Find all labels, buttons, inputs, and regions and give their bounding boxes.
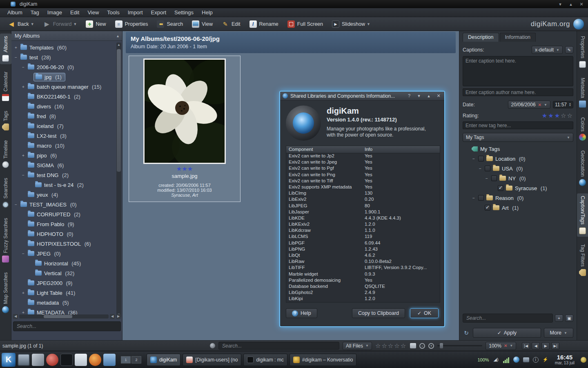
menu-help[interactable]: Help	[198, 9, 217, 16]
tab-information[interactable]: Information	[500, 33, 536, 42]
tab-description[interactable]: Description	[463, 33, 499, 42]
media-player-icon[interactable]	[46, 354, 58, 366]
component-row[interactable]: Exiv2 can write to JpegYes	[286, 159, 440, 166]
thumbnail-size-slider[interactable]	[437, 345, 482, 346]
expander-icon[interactable]: −	[471, 157, 477, 161]
left-tab-tags[interactable]: Tags	[0, 108, 11, 133]
album-tree-item-metadata[interactable]: metadata (5)	[11, 298, 111, 307]
star-empty-icon[interactable]: ☆	[381, 342, 388, 349]
scrollbar-thumb[interactable]	[117, 49, 121, 172]
tag-tree-item-usa[interactable]: −USA (0)	[463, 164, 573, 173]
column-header-component[interactable]: Component	[286, 146, 362, 153]
album-tree-item-hdphoto[interactable]: HDPHOTO (0)	[11, 229, 111, 239]
thumbnail-item[interactable]: ★★★ sample.jpg created: 20/06/2006 11:57…	[129, 56, 241, 202]
album-tree-item-iceland[interactable]: iceland (7)	[11, 121, 111, 131]
right-tab-colors[interactable]: Colors	[577, 115, 588, 144]
new-tag-icon[interactable]: +	[555, 314, 563, 322]
toolbar-edit-button[interactable]: ✎Edit	[218, 19, 244, 29]
spinner-arrows-icon[interactable]: ▲▼	[569, 103, 571, 107]
album-tree-item-light-table[interactable]: +Light Table (41)	[11, 288, 111, 298]
left-tab-searches[interactable]: Searches	[0, 175, 11, 211]
star-empty-icon[interactable]: ☆	[561, 112, 567, 119]
component-row[interactable]: LibPGF6.09.44	[286, 240, 440, 247]
volume-icon[interactable]: ◢)	[493, 357, 499, 363]
dialog-shade-up-icon[interactable]: ▴	[425, 93, 432, 99]
album-tree-item-jpeg[interactable]: −JPEG (0)	[11, 249, 111, 258]
status-search-input[interactable]	[218, 342, 339, 350]
more-button[interactable]: More ▼	[544, 328, 573, 338]
component-row[interactable]: LibTIFFLIBTIFF, Version 3.9.2 Copy...	[286, 265, 440, 271]
album-tree-item-corrupted[interactable]: CORRUPTED (2)	[11, 209, 111, 219]
expander-icon[interactable]: −	[13, 202, 19, 207]
task-digikam-users-no[interactable]: [Digikam-users] (no	[183, 354, 241, 366]
album-tree-item-vertical[interactable]: Vertical (32)	[11, 268, 111, 278]
component-row[interactable]: Exiv2 supports XMP metadataYes	[286, 184, 440, 191]
component-row[interactable]: LibRaw0.10.0-Beta2	[286, 259, 440, 265]
toolbar-full-screen-button[interactable]: Full Screen	[284, 19, 327, 29]
component-row[interactable]: Database backendQSQLITE	[286, 284, 440, 290]
album-tree-item-sigma[interactable]: SIGMA (6)	[11, 160, 111, 170]
tag-checkbox[interactable]	[498, 185, 503, 191]
menu-export[interactable]: Export	[147, 9, 171, 16]
right-tab-geolocation[interactable]: Geolocation	[577, 148, 588, 188]
album-tree-item-test-images[interactable]: −TEST_IMAGES (0)	[11, 200, 111, 209]
expander-icon[interactable]: +	[20, 85, 26, 89]
expander-icon[interactable]: −	[471, 196, 477, 200]
star-empty-icon[interactable]: ☆	[388, 342, 394, 349]
dialog-close-icon[interactable]: ✕	[435, 93, 442, 99]
tag-tree-item-ny[interactable]: −NY (0)	[463, 173, 573, 183]
collapse-icon[interactable]: ▴	[117, 34, 119, 38]
right-tab-metadata[interactable]: Metadata	[577, 75, 588, 110]
component-row[interactable]: LibQt4.6.2	[286, 253, 440, 259]
album-tree-item-2006-06-20[interactable]: −2006-06-20 (0)	[11, 62, 111, 72]
component-row[interactable]: Exiv2 can write to TiffYes	[286, 178, 440, 184]
expander-icon[interactable]: +	[20, 291, 26, 295]
revert-icon[interactable]: ↻	[463, 329, 470, 337]
thumbnail-view-icon[interactable]	[410, 343, 416, 348]
menu-edit[interactable]: Edit	[66, 9, 83, 16]
component-row[interactable]: LibPNG1.2.43	[286, 247, 440, 253]
tag-checkbox[interactable]	[478, 156, 484, 162]
tag-checkbox[interactable]	[491, 175, 497, 181]
expander-icon[interactable]: −	[20, 65, 26, 70]
album-tree-item-pipo[interactable]: +pipo (6)	[11, 150, 111, 160]
star-filled-icon[interactable]: ★	[555, 112, 561, 119]
toolbar-slideshow-button[interactable]: ▶Slideshow▼	[328, 19, 374, 29]
tag-tree-item-reason[interactable]: −Reason (0)	[463, 193, 573, 203]
component-row[interactable]: LibKDE4.4.3 (KDE 4.4.3)	[286, 215, 440, 222]
component-row[interactable]: Parallelized demosaicingYes	[286, 278, 440, 284]
clock[interactable]: 16:45 mar, 13 juil	[555, 354, 575, 366]
display-icon[interactable]	[523, 357, 529, 362]
component-row[interactable]: LibLCMS119	[286, 234, 440, 240]
component-row[interactable]: LibCImg130	[286, 191, 440, 197]
hscroll-track[interactable]	[19, 314, 109, 319]
zoom-out-icon[interactable]: −	[419, 343, 425, 349]
close-button[interactable]: ✕	[578, 1, 585, 7]
star-filled-icon[interactable]: ★	[542, 112, 548, 119]
album-tree-vscrollbar[interactable]: ▲ ▼	[116, 43, 121, 317]
menu-album[interactable]: Album	[3, 9, 27, 16]
tags-root-combo[interactable]: My Tags ▼	[463, 133, 573, 142]
show-desktop-icon[interactable]	[18, 354, 30, 366]
component-row[interactable]: LibKdcraw1.1.0	[286, 228, 440, 234]
album-tree-item-test-ts-e-24[interactable]: test - ts-e 24 (2)	[11, 180, 111, 190]
help-button[interactable]: ? Help	[286, 308, 317, 318]
tag-tree-item-my-tags[interactable]: My Tags	[463, 144, 573, 154]
album-tree-item-macro[interactable]: macro (10)	[11, 141, 111, 150]
album-tree-item-horizontal[interactable]: Horizontal (45)	[11, 258, 111, 268]
left-tab-albums[interactable]: Albums	[0, 34, 11, 64]
album-tree-item-divers[interactable]: divers (16)	[11, 101, 111, 111]
component-row[interactable]: Exiv2 can write to Jp2Yes	[286, 153, 440, 159]
tag-search-input[interactable]	[463, 314, 553, 323]
right-tab-caption-tags[interactable]: Caption/Tags	[577, 193, 588, 236]
notifications-icon[interactable]: i	[533, 357, 539, 363]
network-manager-icon[interactable]	[513, 357, 519, 363]
new-tag-input[interactable]	[463, 121, 573, 129]
expander-icon[interactable]: −	[20, 173, 26, 177]
album-tree-item-templates[interactable]: +Templates (60)	[11, 43, 111, 52]
album-tree-hscrollbar[interactable]: ◀ ◀ ▶	[13, 314, 121, 319]
zoom-in-icon[interactable]: +	[428, 343, 434, 349]
power-icon[interactable]: ⚡	[542, 357, 549, 363]
clear-date-icon[interactable]: ✕	[538, 103, 541, 107]
panel-settings-icon[interactable]	[581, 357, 586, 363]
